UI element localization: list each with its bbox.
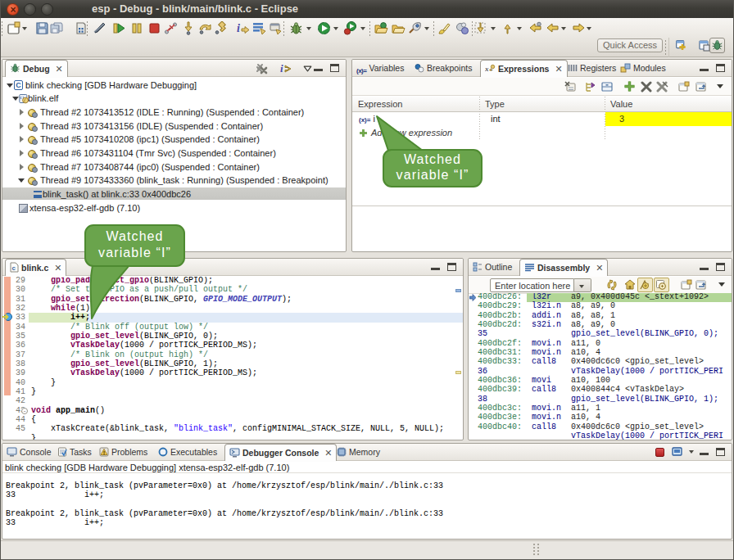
svg-text:i: i <box>237 22 240 34</box>
svg-text:c: c <box>12 264 16 272</box>
svg-text:i: i <box>280 62 283 75</box>
